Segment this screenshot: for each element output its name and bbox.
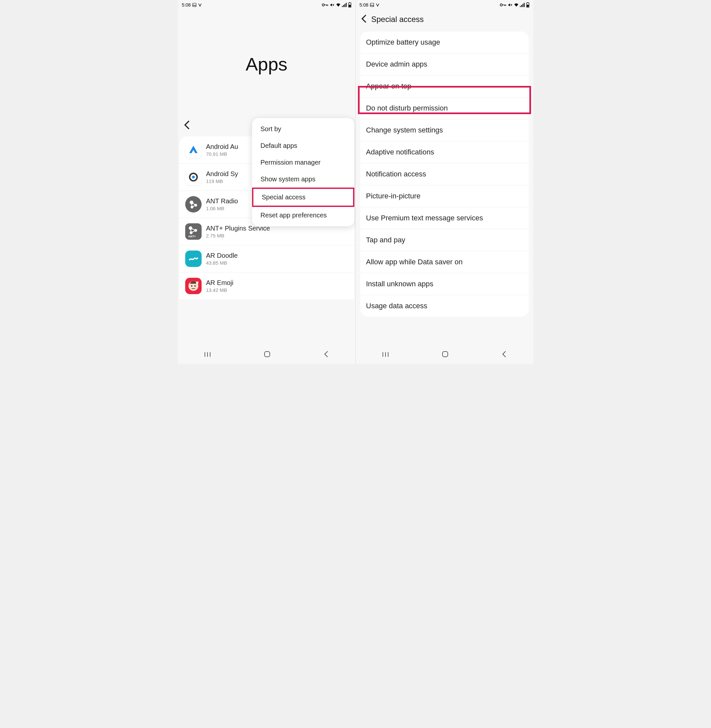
app-size: 2.75 MB <box>206 233 270 238</box>
menu-default-apps[interactable]: Default apps <box>252 137 354 154</box>
item-appear-on-top[interactable]: Appear on top <box>360 75 529 97</box>
item-usage-data-access[interactable]: Usage data access <box>360 295 529 317</box>
svg-rect-0 <box>193 3 196 7</box>
item-notification-access[interactable]: Notification access <box>360 163 529 185</box>
svg-rect-4 <box>345 4 345 7</box>
item-data-saver[interactable]: Allow app while Data saver on <box>360 251 529 273</box>
item-change-system-settings[interactable]: Change system settings <box>360 120 529 141</box>
battery-icon <box>348 2 351 7</box>
header: Special access <box>356 10 533 29</box>
app-size: 70.91 MB <box>206 151 238 157</box>
svg-point-18 <box>196 257 198 259</box>
menu-special-access[interactable]: Special access <box>252 188 354 207</box>
app-icon-ar-emoji <box>185 278 202 294</box>
status-time: 5:08 <box>360 2 369 7</box>
app-size: 43.85 MB <box>206 260 238 266</box>
image-icon <box>370 3 374 7</box>
status-bar: 5:08 <box>356 0 533 10</box>
app-icon-ar-doodle <box>185 251 202 267</box>
svg-rect-31 <box>521 5 522 7</box>
svg-point-21 <box>194 285 195 286</box>
checkmark-v-icon <box>198 3 202 7</box>
battery-icon <box>526 2 530 7</box>
back-button[interactable] <box>184 120 190 132</box>
svg-rect-8 <box>349 4 351 7</box>
overflow-menu: Sort by Default apps Permission manager … <box>252 118 354 226</box>
item-adaptive-notifications[interactable]: Adaptive notifications <box>360 141 529 163</box>
app-name: ANT Radio <box>206 198 238 205</box>
svg-rect-40 <box>443 351 448 357</box>
home-button[interactable] <box>264 351 271 360</box>
svg-rect-2 <box>342 6 342 7</box>
phone-screen-apps: 5:08 <box>178 0 356 364</box>
recents-button[interactable] <box>382 351 389 359</box>
signal-icon <box>342 3 347 7</box>
app-size: 13.42 MB <box>206 287 233 293</box>
app-icon-webview <box>185 169 202 185</box>
app-name: AR Emoji <box>206 279 233 286</box>
app-row[interactable]: AR Emoji 13.42 MB <box>179 273 354 300</box>
navigation-bar <box>356 346 533 364</box>
item-dnd-permission[interactable]: Do not disturb permission <box>360 97 529 120</box>
page-title: Apps <box>245 53 288 75</box>
svg-point-22 <box>196 281 198 284</box>
page-title-wrap: Apps <box>178 10 356 118</box>
svg-point-10 <box>192 176 195 179</box>
svg-rect-28 <box>370 3 374 7</box>
signal-icon <box>520 3 525 7</box>
back-button-nav[interactable] <box>323 351 329 360</box>
item-install-unknown[interactable]: Install unknown apps <box>360 273 529 295</box>
app-row[interactable]: AR Doodle 43.85 MB <box>179 245 354 273</box>
checkmark-v-icon <box>376 3 380 7</box>
svg-point-1 <box>322 4 324 6</box>
svg-point-23 <box>197 282 198 283</box>
app-icon-ant-plus: ANT+ <box>185 223 202 240</box>
item-device-admin[interactable]: Device admin apps <box>360 53 529 75</box>
recents-button[interactable] <box>204 351 211 359</box>
svg-rect-7 <box>349 2 350 3</box>
svg-rect-5 <box>346 3 347 7</box>
app-size: 1.06 MB <box>206 205 238 211</box>
app-icon-ant-radio <box>185 196 202 213</box>
item-premium-sms[interactable]: Use Premium text message services <box>360 207 529 229</box>
menu-show-system-apps[interactable]: Show system apps <box>252 171 354 188</box>
special-access-list: Optimize battery usage Device admin apps… <box>360 31 529 317</box>
item-tap-and-pay[interactable]: Tap and pay <box>360 229 529 251</box>
home-button[interactable] <box>441 351 449 360</box>
status-bar: 5:08 <box>178 0 356 10</box>
page-title: Special access <box>372 15 424 24</box>
app-name: Android Sy <box>206 170 238 178</box>
navigation-bar <box>178 346 356 364</box>
menu-permission-manager[interactable]: Permission manager <box>252 154 354 171</box>
app-name: AR Doodle <box>206 252 238 259</box>
back-button[interactable] <box>361 15 367 24</box>
volume-mute-icon <box>329 3 335 7</box>
back-button-nav[interactable] <box>501 351 507 360</box>
svg-rect-3 <box>343 5 344 7</box>
vpn-key-icon <box>322 3 329 7</box>
app-size: 119 MB <box>206 179 238 184</box>
item-picture-in-picture[interactable]: Picture-in-picture <box>360 185 529 207</box>
svg-rect-32 <box>522 4 523 7</box>
svg-text:ANT+: ANT+ <box>188 235 196 238</box>
svg-rect-27 <box>264 351 270 357</box>
svg-rect-36 <box>527 4 529 7</box>
app-name: Android Au <box>206 143 238 151</box>
svg-rect-30 <box>520 6 521 7</box>
wifi-icon <box>514 3 519 7</box>
volume-mute-icon <box>507 3 513 7</box>
wifi-icon <box>336 3 341 7</box>
menu-sort-by[interactable]: Sort by <box>252 121 354 137</box>
phone-screen-special-access: 5:08 <box>356 0 533 364</box>
item-optimize-battery[interactable]: Optimize battery usage <box>360 31 529 53</box>
svg-rect-35 <box>527 2 528 3</box>
menu-reset-app-preferences[interactable]: Reset app preferences <box>252 207 354 224</box>
vpn-key-icon <box>500 3 506 7</box>
status-time: 5:08 <box>182 2 191 7</box>
app-icon-android-auto <box>185 142 202 158</box>
svg-point-29 <box>500 4 502 6</box>
svg-rect-33 <box>524 3 525 7</box>
svg-point-20 <box>191 285 192 286</box>
image-icon <box>192 3 197 7</box>
